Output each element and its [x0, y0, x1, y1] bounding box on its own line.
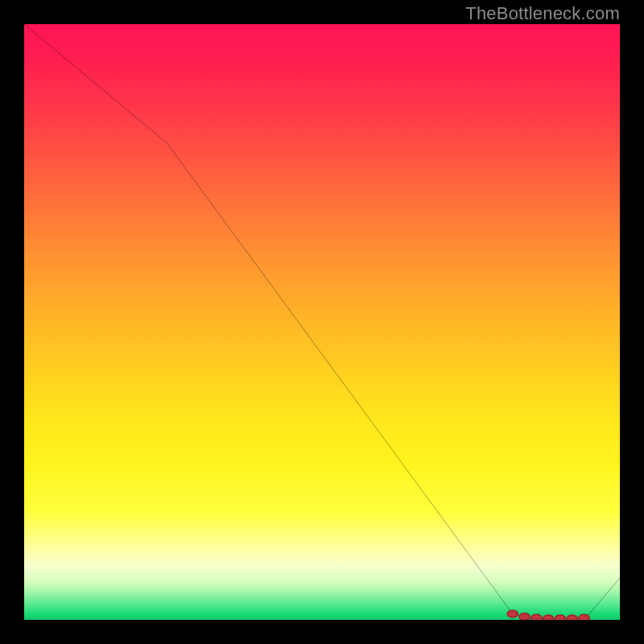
min-marker-dot [567, 615, 577, 620]
chart-svg [24, 24, 620, 620]
min-markers [507, 610, 589, 620]
chart-stage: TheBottleneck.com [0, 0, 644, 644]
min-marker-dot [507, 610, 518, 617]
curve-line [24, 24, 620, 620]
plot-area [24, 24, 620, 620]
min-marker-dot [543, 615, 554, 620]
min-marker-dot [555, 615, 565, 620]
watermark-text: TheBottleneck.com [465, 3, 620, 24]
min-marker-dot [531, 614, 542, 620]
min-marker-dot [519, 613, 530, 620]
min-marker-dot [579, 614, 589, 620]
